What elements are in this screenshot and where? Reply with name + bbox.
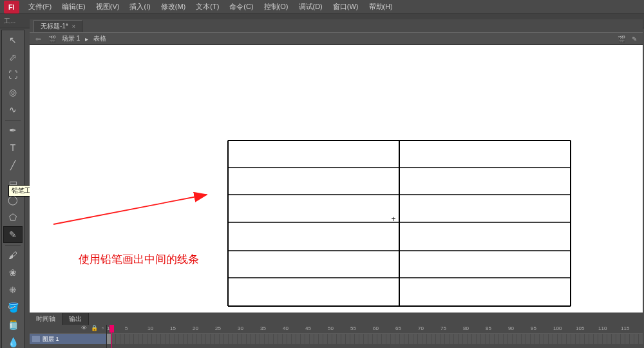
menu-item[interactable]: 插入(I) <box>124 0 155 14</box>
frame-cell[interactable] <box>508 334 513 344</box>
frame-cell[interactable] <box>287 334 292 344</box>
text-tool-icon[interactable]: T <box>3 139 23 156</box>
frame-cell[interactable] <box>603 334 607 344</box>
frame-cell[interactable] <box>373 334 377 344</box>
menu-item[interactable]: 文本(T) <box>191 0 224 14</box>
frame-cell[interactable] <box>156 334 161 344</box>
frame-cell[interactable] <box>310 334 314 344</box>
frame-cell[interactable] <box>242 334 247 344</box>
frame-cell[interactable] <box>283 334 287 344</box>
frame-cell[interactable] <box>567 334 571 344</box>
frame-cell[interactable] <box>377 334 382 344</box>
frame-cell[interactable] <box>274 334 278 344</box>
frame-cell[interactable] <box>134 334 138 344</box>
frame-cell[interactable] <box>544 334 549 344</box>
frame-cell[interactable] <box>468 334 472 344</box>
frame-cell[interactable] <box>594 334 598 344</box>
frame-cell[interactable] <box>296 334 301 344</box>
close-tab-icon[interactable]: × <box>72 23 75 30</box>
frame-cell[interactable] <box>278 334 283 344</box>
menu-item[interactable]: 修改(M) <box>156 0 191 14</box>
frame-cell[interactable] <box>256 334 260 344</box>
frame-cell[interactable] <box>400 334 404 344</box>
edit-scene-icon[interactable]: 🎬 <box>617 34 626 43</box>
frame-cell[interactable] <box>386 334 391 344</box>
frame-cell[interactable] <box>355 334 359 344</box>
menu-item[interactable]: 命令(C) <box>224 0 258 14</box>
frame-cell[interactable] <box>413 334 418 344</box>
frame-cell[interactable] <box>184 334 188 344</box>
frame-cell[interactable] <box>526 334 531 344</box>
menu-item[interactable]: 调试(D) <box>294 0 328 14</box>
eyedropper-tool-icon[interactable]: 💧 <box>3 334 23 348</box>
frame-cell[interactable] <box>224 334 229 344</box>
frame-cell[interactable] <box>450 334 454 344</box>
frame-cell[interactable] <box>558 334 562 344</box>
frame-cell[interactable] <box>621 334 625 344</box>
frame-cell[interactable] <box>120 334 125 344</box>
frame-cell[interactable] <box>202 334 206 344</box>
frame-cell[interactable] <box>350 334 355 344</box>
frame-cell[interactable] <box>490 334 495 344</box>
frame-cell[interactable] <box>188 334 193 344</box>
frame-cell[interactable] <box>535 334 540 344</box>
selection-tool-icon[interactable]: ↖ <box>3 32 23 48</box>
frame-cell[interactable] <box>612 334 616 344</box>
ink-bottle-tool-icon[interactable]: 🫙 <box>3 316 23 333</box>
frame-cell[interactable] <box>233 334 238 344</box>
lasso-tool-icon[interactable]: ∿ <box>3 101 23 118</box>
frame-cell[interactable] <box>436 334 440 344</box>
frame-cell[interactable] <box>111 334 116 344</box>
frame-cell[interactable] <box>553 334 558 344</box>
frame-cell[interactable] <box>197 334 202 344</box>
frame-cell[interactable] <box>269 334 274 344</box>
frame-cell[interactable] <box>265 334 269 344</box>
frame-cell[interactable] <box>328 334 332 344</box>
frame-cell[interactable] <box>238 334 242 344</box>
frame-cell[interactable] <box>382 334 386 344</box>
frame-cell[interactable] <box>147 334 152 344</box>
stage-canvas[interactable]: + 使用铅笔画出中间的线条 <box>30 45 643 313</box>
frame-cell[interactable] <box>459 334 463 344</box>
frame-cell[interactable] <box>531 334 535 344</box>
frame-cell[interactable] <box>517 334 522 344</box>
menu-item[interactable]: 编辑(E) <box>57 0 91 14</box>
frame-cell[interactable] <box>445 334 450 344</box>
frame-cell[interactable] <box>229 334 233 344</box>
frame-cell[interactable] <box>364 334 368 344</box>
brush-tool-icon[interactable]: 🖌 <box>3 247 23 264</box>
paint-bucket-tool-icon[interactable]: 🪣 <box>3 299 23 316</box>
bone-tool-icon[interactable]: ⁜ <box>3 282 23 298</box>
frame-cell[interactable] <box>513 334 517 344</box>
frame-cell[interactable] <box>571 334 576 344</box>
frame-cell[interactable] <box>314 334 319 344</box>
scene-name[interactable]: 场景 1 <box>62 34 80 43</box>
frame-cell[interactable] <box>418 334 422 344</box>
frame-cell[interactable] <box>504 334 508 344</box>
frame-cell[interactable] <box>143 334 147 344</box>
frame-cell[interactable] <box>391 334 395 344</box>
frame-cell[interactable] <box>260 334 265 344</box>
frame-cell[interactable] <box>549 334 553 344</box>
timeline-tab[interactable]: 输出 <box>62 313 89 325</box>
frame-cell[interactable] <box>206 334 211 344</box>
frame-cell[interactable] <box>341 334 346 344</box>
frame-cell[interactable] <box>179 334 184 344</box>
frame-cell[interactable] <box>616 334 621 344</box>
frame-cell[interactable] <box>323 334 328 344</box>
frame-cell[interactable] <box>409 334 413 344</box>
frame-cell[interactable] <box>598 334 603 344</box>
frame-cell[interactable] <box>630 334 634 344</box>
frames-area[interactable]: 1510152025303540455055606570758085909510… <box>107 325 643 348</box>
frame-cell[interactable] <box>486 334 490 344</box>
frame-cell[interactable] <box>463 334 468 344</box>
frame-cell[interactable] <box>107 334 111 344</box>
menu-item[interactable]: 帮助(H) <box>364 0 398 14</box>
document-tab[interactable]: 无标题-1* × <box>33 20 82 32</box>
menu-item[interactable]: 视图(V) <box>91 0 125 14</box>
frame-cell[interactable] <box>251 334 256 344</box>
frame-cell[interactable] <box>440 334 445 344</box>
frame-cell[interactable] <box>161 334 166 344</box>
frame-cell[interactable] <box>562 334 567 344</box>
menu-item[interactable]: 窗口(W) <box>328 0 364 14</box>
